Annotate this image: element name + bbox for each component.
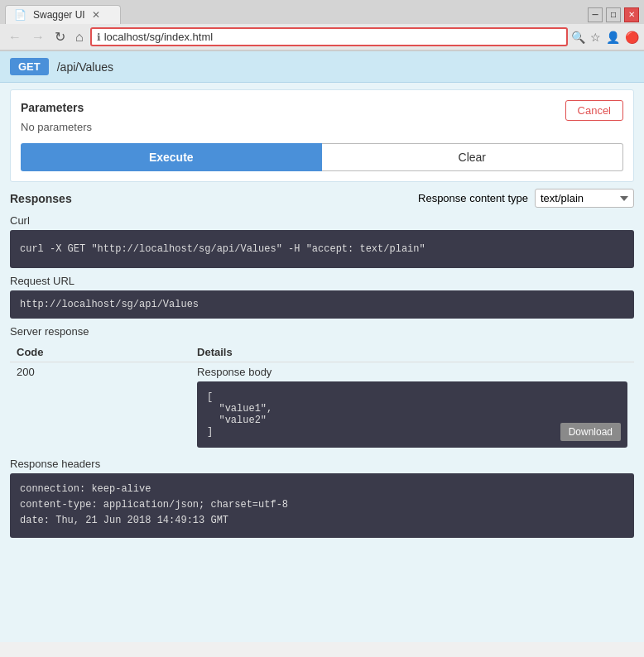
request-url-box: http://localhost/sg/api/Values [10, 290, 634, 319]
api-header: GET /api/Values [0, 51, 644, 83]
parameters-title: Parameters [21, 101, 84, 114]
response-headers-box: connection: keep-alive content-type: app… [10, 473, 634, 538]
window-controls: ─ □ ✕ [588, 7, 639, 22]
curl-section: Curl curl -X GET "http://localhost/sg/ap… [10, 214, 634, 268]
response-body-content: [ "value1", "value2" ] [207, 391, 618, 438]
clear-button[interactable]: Clear [322, 143, 624, 171]
response-headers-section: Response headers connection: keep-alive … [10, 458, 634, 538]
response-headers-title: Response headers [10, 458, 634, 470]
reload-button[interactable]: ↻ [51, 27, 69, 46]
search-browser-icon[interactable]: 🔍 [571, 31, 585, 44]
curl-label: Curl [10, 214, 634, 227]
page-icon: 📄 [14, 9, 26, 21]
response-row: 200 Response body [ "value1", "value2" ]… [10, 362, 634, 452]
response-content-type-container: Response content type text/plain applica… [418, 189, 634, 208]
response-headers-content: connection: keep-alive content-type: app… [20, 482, 624, 530]
forward-button[interactable]: → [28, 28, 48, 46]
home-button[interactable]: ⌂ [72, 28, 87, 46]
parameters-section: Parameters Cancel No parameters Execute … [10, 89, 634, 182]
extension-icon[interactable]: 🔴 [625, 31, 639, 44]
code-column-header: Code [10, 343, 190, 362]
response-content-type-select[interactable]: text/plain application/json application/… [535, 189, 634, 208]
request-url-section: Request URL http://localhost/sg/api/Valu… [10, 275, 634, 319]
execute-button[interactable]: Execute [21, 143, 322, 171]
close-button[interactable]: ✕ [624, 7, 639, 22]
tab-close-icon[interactable]: ✕ [92, 9, 100, 21]
response-body-box: [ "value1", "value2" ] Download [197, 381, 627, 448]
page-content: GET /api/Values Parameters Cancel No par… [0, 51, 644, 642]
method-badge: GET [10, 58, 49, 75]
response-details: Response body [ "value1", "value2" ] Dow… [190, 362, 634, 452]
responses-header: Responses Response content type text/pla… [10, 189, 634, 208]
back-button[interactable]: ← [5, 28, 25, 46]
response-code: 200 [10, 362, 190, 452]
minimize-button[interactable]: ─ [588, 7, 603, 22]
address-input[interactable] [104, 31, 561, 43]
api-path: /api/Values [57, 60, 113, 74]
server-response-title: Server response [10, 325, 634, 338]
profile-icon[interactable]: 👤 [606, 31, 620, 44]
maximize-button[interactable]: □ [606, 7, 621, 22]
address-bar-container: ℹ [90, 27, 568, 46]
request-url-label: Request URL [10, 275, 634, 287]
response-table: Code Details 200 Response body [ "value1… [10, 343, 634, 451]
info-icon: ℹ [97, 31, 101, 43]
cancel-button[interactable]: Cancel [565, 100, 623, 121]
server-response-section: Server response Code Details 200 Respons… [10, 325, 634, 451]
execute-row: Execute Clear [21, 143, 623, 171]
responses-title: Responses [10, 192, 72, 205]
curl-box: curl -X GET "http://localhost/sg/api/Val… [10, 230, 634, 268]
bookmark-icon[interactable]: ☆ [590, 31, 601, 44]
response-body-label: Response body [197, 366, 627, 378]
browser-tab[interactable]: 📄 Swagger UI ✕ [5, 5, 121, 24]
content-type-label: Response content type [418, 192, 528, 204]
tab-title: Swagger UI [33, 9, 85, 21]
download-button[interactable]: Download [560, 423, 621, 441]
no-parameters-text: No parameters [21, 121, 623, 133]
details-column-header: Details [190, 343, 634, 362]
